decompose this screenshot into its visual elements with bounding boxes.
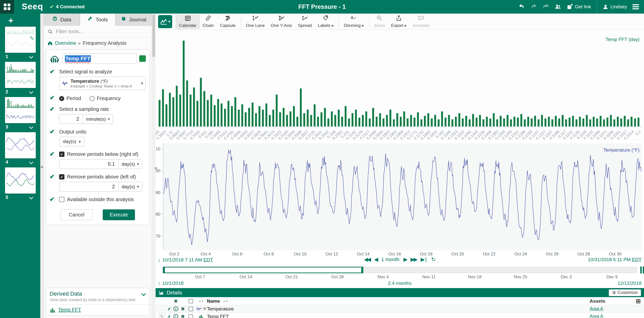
- sort-icon[interactable]: ▲▼: [199, 300, 204, 302]
- remove-above-input[interactable]: 2: [59, 182, 118, 191]
- worksheet-thumbnail[interactable]: ✎: [5, 27, 36, 53]
- view-selector-button[interactable]: ▾: [158, 15, 172, 28]
- chevron-down-icon[interactable]: [29, 90, 33, 94]
- tab-data[interactable]: Data: [44, 14, 80, 26]
- app-grid-button[interactable]: [0, 0, 14, 14]
- remove-above-unit-select[interactable]: day(s)▾: [118, 182, 142, 191]
- temperature-chart[interactable]: 110100908070Oct 2Oct 4Oct 6Oct 8Oct 10Oc…: [156, 141, 644, 256]
- investigate-start[interactable]: 10/1/2018: [162, 281, 184, 287]
- color-swatch-button[interactable]: [139, 55, 146, 62]
- worksheet-item[interactable]: 5: [5, 167, 36, 200]
- timeline-left-handle[interactable]: [163, 267, 165, 273]
- output-units-select[interactable]: day(s)▾: [59, 137, 85, 146]
- export-button[interactable]: Export ▾: [388, 15, 409, 29]
- undo-icon[interactable]: [518, 4, 525, 10]
- sampling-unit-select[interactable]: minute(s)▾: [83, 114, 113, 124]
- sort-icon[interactable]: ▲▼: [223, 300, 228, 302]
- capsule-button[interactable]: Capsule: [217, 15, 238, 29]
- temperature-series-label[interactable]: Temperature (°F): [603, 147, 639, 153]
- new-worksheet-button[interactable]: +: [7, 17, 15, 25]
- remove-all-icon[interactable]: ✖: [172, 298, 179, 304]
- add-column-icon[interactable]: ⊞: [632, 298, 644, 305]
- investigate-end[interactable]: 12/12/2018: [618, 281, 641, 286]
- item-name[interactable]: Temp FFT: [207, 314, 590, 318]
- range-start[interactable]: 10/1/2018 7:11 AM EDT: [162, 257, 213, 263]
- execute-button[interactable]: Execute: [103, 209, 135, 220]
- signal-select[interactable]: Temperature (°F) Example » Cooling Tower…: [59, 77, 146, 90]
- asset-link[interactable]: Area A: [590, 314, 603, 318]
- info-icon[interactable]: i: [173, 306, 178, 311]
- step-forward-button[interactable]: ▶: [403, 256, 406, 262]
- row-checkbox[interactable]: [189, 307, 193, 311]
- breadcrumb-overview-link[interactable]: Overview: [55, 40, 76, 46]
- remove-icon[interactable]: ✖: [179, 306, 186, 312]
- investigate-duration[interactable]: 2.4 months: [388, 281, 412, 286]
- send-icon[interactable]: [165, 306, 172, 311]
- chevron-down-icon[interactable]: [29, 160, 33, 164]
- radio-frequency[interactable]: Frequency: [90, 96, 121, 101]
- step-to-end-button[interactable]: ▶❘: [421, 256, 427, 262]
- calendar-button[interactable]: Calendar: [176, 15, 200, 29]
- worksheet-thumbnail[interactable]: [5, 97, 36, 123]
- worksheet-item[interactable]: 4: [5, 132, 36, 165]
- users-icon[interactable]: [555, 4, 561, 10]
- available-outside-checkbox[interactable]: [59, 197, 64, 202]
- step-back-much-button[interactable]: ◀◀: [364, 256, 370, 262]
- step-forward-much-button[interactable]: ▶▶: [411, 256, 417, 262]
- worksheet-thumbnail[interactable]: [5, 62, 36, 88]
- filter-tools-input[interactable]: [56, 29, 148, 34]
- chevron-down-icon[interactable]: [29, 195, 33, 200]
- select-all-checkbox[interactable]: [189, 299, 193, 303]
- chevron-down-icon[interactable]: [29, 125, 33, 129]
- collapse-left-icon[interactable]: «: [41, 164, 43, 170]
- chain-button[interactable]: Chain: [200, 15, 217, 29]
- fft-series-label[interactable]: Temp FFT (day): [605, 37, 639, 42]
- range-end[interactable]: 10/31/2018 5:11 PM EDT: [588, 257, 641, 262]
- send-icon[interactable]: [165, 314, 172, 318]
- duration-label[interactable]: 1 month: [381, 257, 399, 262]
- refresh-icon[interactable]: ↻: [431, 256, 436, 262]
- remove-above-checkbox[interactable]: ✓: [59, 174, 64, 179]
- edit-icon[interactable]: ✎: [159, 314, 164, 318]
- axis-collapse-icon[interactable]: «: [155, 165, 157, 171]
- info-icon[interactable]: i: [173, 314, 178, 318]
- worksheet-item[interactable]: 2: [5, 62, 36, 95]
- timeline-selected-range[interactable]: [163, 267, 363, 273]
- scrollbar-thumb[interactable]: [152, 14, 155, 57]
- one-lane-button[interactable]: One Lane: [243, 15, 268, 29]
- item-name[interactable]: Temperature: [207, 306, 590, 312]
- customize-button[interactable]: ⚙Customize: [609, 289, 641, 296]
- remove-below-unit-select[interactable]: day(s)▾: [118, 159, 142, 169]
- redo-all-icon[interactable]: [543, 4, 549, 10]
- home-icon[interactable]: [47, 40, 53, 46]
- panel-collapse-strip[interactable]: «: [40, 14, 44, 318]
- tab-journal[interactable]: Journal: [116, 14, 152, 26]
- redo-icon[interactable]: [530, 4, 537, 10]
- get-link-button[interactable]: Get link: [567, 4, 591, 10]
- worksheet-thumbnail[interactable]: [5, 132, 36, 158]
- worksheet-item[interactable]: 3: [5, 97, 36, 130]
- asset-link[interactable]: Area A: [590, 306, 603, 311]
- worksheet-item[interactable]: ✎1: [5, 27, 36, 59]
- radio-period[interactable]: ✓Period: [59, 96, 81, 101]
- timeline-right-handle[interactable]: [361, 267, 363, 273]
- tab-tools[interactable]: Tools: [80, 14, 116, 26]
- derived-item-link[interactable]: Temp FFT: [58, 307, 81, 313]
- cancel-button[interactable]: Cancel: [60, 209, 93, 220]
- one-y-axis-button[interactable]: One Y-Axis: [268, 15, 295, 29]
- timeline-slider[interactable]: [163, 267, 637, 273]
- tool-name-input[interactable]: Temp FFT: [62, 53, 137, 64]
- hamburger-menu-icon[interactable]: [632, 4, 639, 9]
- chevron-down-icon[interactable]: [29, 55, 33, 59]
- worksheet-thumbnail[interactable]: [5, 167, 36, 194]
- spread-button[interactable]: Spread: [295, 15, 315, 29]
- sampling-rate-input[interactable]: 2: [59, 114, 83, 124]
- fft-chart[interactable]: 1.56931.30031.110.96830.85870.77140.7002…: [156, 30, 644, 141]
- step-back-button[interactable]: ◀: [374, 256, 377, 262]
- labels-button[interactable]: Labels ▾: [315, 15, 336, 29]
- remove-below-input[interactable]: 0.1: [59, 159, 118, 169]
- remove-icon[interactable]: ✖: [179, 314, 186, 318]
- remove-below-checkbox[interactable]: ✓: [59, 152, 64, 157]
- user-menu[interactable]: Lindsey: [602, 4, 627, 10]
- dimming-button[interactable]: Dimming ▾: [341, 15, 367, 29]
